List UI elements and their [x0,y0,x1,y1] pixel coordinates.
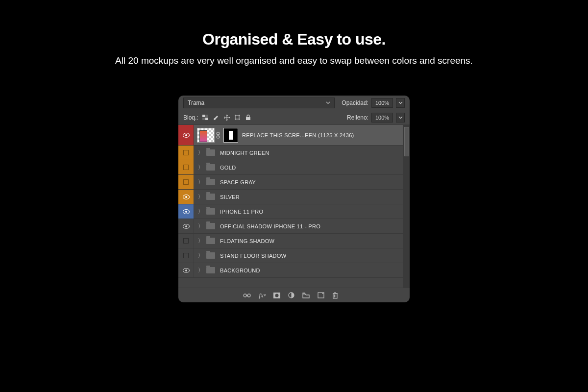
layer-name: SPACE GRAY [220,179,256,185]
layer-row[interactable]: 〉SILVER [178,190,403,204]
visibility-off-icon [183,150,189,155]
expand-arrow-icon[interactable]: 〉 [198,208,203,215]
layers-list: REPLACE THIS SCRE...EEN (1125 X 2436) 〉M… [178,125,403,288]
lock-transparency-icon[interactable] [201,114,209,122]
blend-mode-select[interactable]: Trama [183,98,335,108]
visibility-toggle[interactable] [178,204,194,219]
visibility-off-icon [183,165,189,170]
folder-icon [206,164,215,171]
svg-rect-2 [205,115,208,117]
layer-name: IPHONE 11 PRO [220,209,263,215]
scrollbar-thumb[interactable] [404,127,409,156]
folder-icon [206,238,215,244]
visibility-toggle[interactable] [178,125,194,145]
svg-rect-13 [246,117,250,120]
svg-rect-0 [202,115,205,117]
mask-thumbnail[interactable] [223,128,238,143]
layer-name: BACKGROUND [220,268,260,273]
brush-icon[interactable] [212,114,220,122]
trash-icon[interactable] [332,292,338,299]
expand-arrow-icon[interactable]: 〉 [198,149,203,156]
fill-label: Relleno: [347,114,368,121]
expand-arrow-icon[interactable]: 〉 [198,237,203,245]
layer-row[interactable]: 〉OFFICIAL SHADOW IPHONE 11 - PRO [178,219,403,234]
eye-icon [183,195,190,199]
layer-row[interactable]: 〉FLOATING SHADOW [178,234,403,248]
fill-field[interactable]: 100% [371,113,393,122]
layers-viewport: REPLACE THIS SCRE...EEN (1125 X 2436) 〉M… [178,125,410,288]
panel-top-row: Trama Opacidad: 100% [178,96,410,110]
visibility-toggle[interactable] [178,146,194,160]
fill-dropdown[interactable] [396,113,405,122]
layer-row-selected[interactable]: REPLACE THIS SCRE...EEN (1125 X 2436) [178,125,403,146]
blend-mode-value: Trama [188,99,204,106]
adjustment-layer-icon[interactable] [288,292,294,298]
layer-name: SILVER [220,194,240,200]
layer-name: MIDNIGHT GREEN [220,150,270,156]
opacity-dropdown[interactable] [396,98,405,108]
folder-icon [206,149,215,156]
layer-row[interactable]: 〉BACKGROUND [178,263,403,278]
layer-thumbnail[interactable] [197,128,215,143]
layer-row[interactable]: 〉SPACE GRAY [178,175,403,190]
layer-name: STAND FLOOR SHADOW [220,253,286,259]
layer-row[interactable]: 〉MIDNIGHT GREEN [178,146,403,160]
hero-subtitle: All 20 mockups are very well organised a… [0,55,588,66]
visibility-toggle[interactable] [178,263,194,277]
eye-icon [183,268,190,273]
folder-icon [206,267,215,273]
expand-arrow-icon[interactable]: 〉 [198,252,203,259]
hero-title: Organised & Easy to use. [0,30,588,49]
visibility-off-icon [183,179,189,185]
panel-tools-row: Bloq.: Relleno: 100% [178,110,410,125]
layer-name: FLOATING SHADOW [220,238,274,244]
svg-rect-24 [333,294,337,298]
artboard-icon[interactable] [234,114,242,122]
fx-icon[interactable]: fx▾ [259,292,265,299]
panel-footer: fx▾ [178,288,410,302]
folder-icon [206,194,215,200]
visibility-toggle[interactable] [178,190,194,204]
svg-rect-4 [236,116,239,119]
new-group-icon[interactable] [302,293,310,298]
opacity-field[interactable]: 100% [371,98,393,108]
layer-name: REPLACE THIS SCRE...EEN (1125 X 2436) [242,132,354,138]
opacity-label: Opacidad: [342,99,368,106]
move-icon[interactable] [223,114,231,122]
add-mask-icon[interactable] [273,293,280,298]
svg-rect-3 [202,118,205,120]
visibility-toggle[interactable] [178,219,194,233]
link-icon[interactable] [216,132,222,139]
visibility-toggle[interactable] [178,248,194,263]
layers-panel: Trama Opacidad: 100% Bloq.: Relleno: 100 [178,96,410,302]
link-layers-icon[interactable] [243,293,251,298]
expand-arrow-icon[interactable]: 〉 [198,267,203,274]
visibility-toggle[interactable] [178,175,194,189]
chevron-down-icon [326,101,330,104]
lock-icon[interactable] [245,114,252,122]
layer-row[interactable]: 〉IPHONE 11 PRO [178,204,403,219]
layer-name: GOLD [220,165,236,171]
layer-row[interactable]: 〉GOLD [178,160,403,175]
eye-icon [183,209,190,214]
svg-rect-1 [205,118,208,120]
expand-arrow-icon[interactable]: 〉 [198,164,203,171]
folder-icon [206,208,215,215]
folder-icon [206,223,215,229]
new-layer-icon[interactable] [318,292,324,298]
svg-point-21 [275,294,278,297]
folder-icon [206,252,215,259]
visibility-off-icon [183,238,189,244]
expand-arrow-icon[interactable]: 〉 [198,193,203,200]
expand-arrow-icon[interactable]: 〉 [198,178,203,186]
scrollbar[interactable] [403,125,410,288]
expand-arrow-icon[interactable]: 〉 [198,222,203,230]
layer-row[interactable]: 〉STAND FLOOR SHADOW [178,248,403,263]
eye-icon [183,133,190,138]
visibility-toggle[interactable] [178,234,194,248]
layer-name: OFFICIAL SHADOW IPHONE 11 - PRO [220,223,320,229]
visibility-toggle[interactable] [178,160,194,174]
eye-icon [183,224,190,229]
lock-label: Bloq.: [183,114,198,121]
folder-icon [206,179,215,185]
